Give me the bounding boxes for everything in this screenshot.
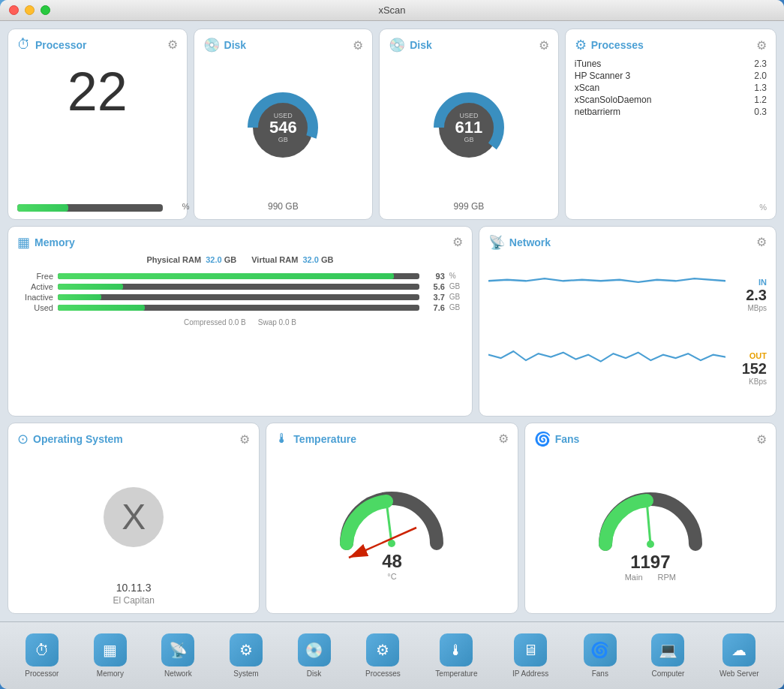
network-out-label: OUT bbox=[725, 351, 767, 360]
toolbar-system-icon: ⚙ bbox=[230, 633, 263, 666]
toolbar: ⏱ Processor ▦ Memory 📡 Network ⚙ System … bbox=[0, 621, 784, 689]
toolbar-temperature[interactable]: 🌡 Temperature bbox=[429, 629, 483, 682]
swap-value: 0.0 bbox=[279, 318, 290, 326]
fans-icon: 🌀 bbox=[534, 431, 551, 447]
fans-gauge-wrap: 1197 Main RPM bbox=[534, 452, 767, 606]
processes-gear-icon[interactable]: ⚙ bbox=[756, 38, 767, 53]
active-bar-fill bbox=[58, 284, 123, 290]
process-val-2: 1.3 bbox=[754, 83, 767, 93]
physical-ram-label: Physical RAM 32.0 GB bbox=[146, 255, 236, 264]
toolbar-fans[interactable]: 🌀 Fans bbox=[578, 629, 623, 682]
toolbar-system[interactable]: ⚙ System bbox=[224, 629, 269, 682]
process-name-3: xScanSoloDaemon bbox=[575, 95, 652, 105]
processor-value: 22 bbox=[17, 65, 178, 119]
fans-sub-label: Main bbox=[625, 573, 643, 582]
processor-title-row: ⏱ Processor bbox=[17, 37, 86, 53]
disk1-gear-icon[interactable]: ⚙ bbox=[353, 38, 363, 53]
row-2: ▦ Memory ⚙ Physical RAM 32.0 GB Virtual … bbox=[8, 226, 776, 417]
disk1-unit: GB bbox=[269, 136, 297, 143]
main-content: ⏱ Processor ⚙ 22 % 💿 bbox=[0, 21, 784, 621]
disk2-header: 💿 Disk ⚙ bbox=[389, 37, 549, 53]
toolbar-disk[interactable]: 💿 Disk bbox=[292, 629, 337, 682]
disk2-icon: 💿 bbox=[389, 37, 405, 53]
network-gear-icon[interactable]: ⚙ bbox=[756, 235, 767, 249]
network-in-unit: MBps bbox=[725, 304, 767, 312]
processor-unit: % bbox=[182, 202, 190, 211]
network-in-value: 2.3 bbox=[725, 287, 767, 304]
toolbar-temperature-icon: 🌡 bbox=[440, 633, 473, 666]
temperature-gear-icon[interactable]: ⚙ bbox=[498, 432, 509, 446]
processor-header: ⏱ Processor ⚙ bbox=[17, 37, 178, 53]
process-val-4: 0.3 bbox=[754, 107, 767, 117]
processes-unit: % bbox=[575, 203, 767, 212]
processor-title: Processor bbox=[35, 39, 86, 51]
disk2-gear-icon[interactable]: ⚙ bbox=[539, 38, 549, 53]
toolbar-processor-label: Processor bbox=[25, 669, 59, 678]
processes-card: ⚙ Processes ⚙ iTunes 2.3 HP Scanner 3 2.… bbox=[565, 29, 776, 220]
toolbar-computer-label: Computer bbox=[651, 669, 684, 678]
fans-card: 🌀 Fans ⚙ 1197 Mai bbox=[524, 423, 776, 614]
toolbar-processor[interactable]: ⏱ Processor bbox=[19, 629, 65, 682]
toolbar-webserver[interactable]: ☁ Web Server bbox=[713, 629, 765, 682]
toolbar-system-label: System bbox=[233, 669, 258, 678]
processes-icon: ⚙ bbox=[575, 37, 587, 53]
memory-footer: Compressed 0.0 B Swap 0.0 B bbox=[17, 318, 463, 326]
disk1-title: Disk bbox=[224, 39, 247, 51]
disk1-center: USED 546 GB bbox=[269, 112, 297, 143]
maximize-button[interactable] bbox=[41, 5, 50, 15]
inactive-bar-fill bbox=[58, 294, 101, 300]
main-window: xScan ⏱ Processor ⚙ 22 % bbox=[0, 0, 784, 689]
toolbar-memory[interactable]: ▦ Memory bbox=[88, 629, 133, 682]
toolbar-network[interactable]: 📡 Network bbox=[155, 629, 200, 682]
disk2-value: 611 bbox=[455, 119, 483, 136]
swap-label: Swap 0.0 B bbox=[258, 318, 296, 326]
memory-row-active: Active 5.6 GB bbox=[17, 282, 463, 291]
disk2-donut-container: USED 611 GB bbox=[389, 62, 549, 194]
row-3: ⊙ Operating System ⚙ X 10.11.3 El Capita… bbox=[8, 423, 776, 614]
inactive-value: 3.7 bbox=[424, 293, 445, 302]
toolbar-network-label: Network bbox=[164, 669, 192, 678]
active-unit: GB bbox=[449, 282, 463, 290]
disk1-total: 990 GB bbox=[203, 201, 364, 212]
physical-ram-value: 32.0 bbox=[206, 255, 221, 264]
fans-sub-row: Main RPM bbox=[625, 573, 676, 582]
network-icon: 📡 bbox=[488, 234, 505, 251]
toolbar-processes[interactable]: ⚙ Processes bbox=[359, 629, 407, 682]
toolbar-fans-icon: 🌀 bbox=[584, 633, 617, 666]
temperature-card: 🌡 Temperature ⚙ bbox=[266, 423, 518, 614]
processor-progress-fill bbox=[17, 204, 68, 212]
processor-gear-icon[interactable]: ⚙ bbox=[167, 38, 178, 52]
fans-value: 1197 bbox=[630, 552, 670, 573]
disk1-donut-container: USED 546 GB bbox=[203, 62, 364, 194]
os-gear-icon[interactable]: ⚙ bbox=[239, 432, 250, 447]
disk1-value: 546 bbox=[269, 119, 297, 136]
toolbar-processes-icon: ⚙ bbox=[366, 633, 399, 666]
toolbar-temperature-label: Temperature bbox=[435, 669, 477, 678]
toolbar-memory-label: Memory bbox=[97, 669, 124, 678]
os-header: ⊙ Operating System ⚙ bbox=[17, 431, 250, 447]
toolbar-computer[interactable]: 💻 Computer bbox=[645, 629, 690, 682]
close-button[interactable] bbox=[9, 5, 19, 15]
os-x-logo: X bbox=[104, 487, 164, 547]
toolbar-network-icon: 📡 bbox=[161, 633, 194, 666]
network-card: 📡 Network ⚙ bbox=[479, 226, 776, 417]
virtual-ram-label: Virtual RAM 32.0 GB bbox=[251, 255, 333, 264]
fans-title: Fans bbox=[555, 433, 580, 445]
network-out-value: 152 bbox=[725, 360, 767, 378]
toolbar-memory-icon: ▦ bbox=[94, 633, 127, 666]
disk2-center: USED 611 GB bbox=[455, 112, 483, 143]
memory-title-row: ▦ Memory bbox=[17, 234, 75, 251]
row-1: ⏱ Processor ⚙ 22 % 💿 bbox=[8, 29, 776, 220]
toolbar-ipaddress[interactable]: 🖥 IP Address bbox=[506, 629, 554, 682]
minimize-button[interactable] bbox=[25, 5, 35, 15]
free-value: 93 bbox=[424, 272, 445, 281]
used-value: 7.6 bbox=[424, 303, 445, 312]
disk1-card: 💿 Disk ⚙ USED 546 GB bbox=[194, 29, 374, 220]
network-in-label: IN bbox=[725, 278, 767, 287]
fans-gear-icon[interactable]: ⚙ bbox=[756, 432, 767, 447]
free-unit: % bbox=[449, 272, 463, 280]
free-bar-fill bbox=[58, 273, 394, 279]
memory-gear-icon[interactable]: ⚙ bbox=[452, 235, 463, 249]
toolbar-ipaddress-label: IP Address bbox=[512, 669, 548, 678]
toolbar-fans-label: Fans bbox=[592, 669, 608, 678]
